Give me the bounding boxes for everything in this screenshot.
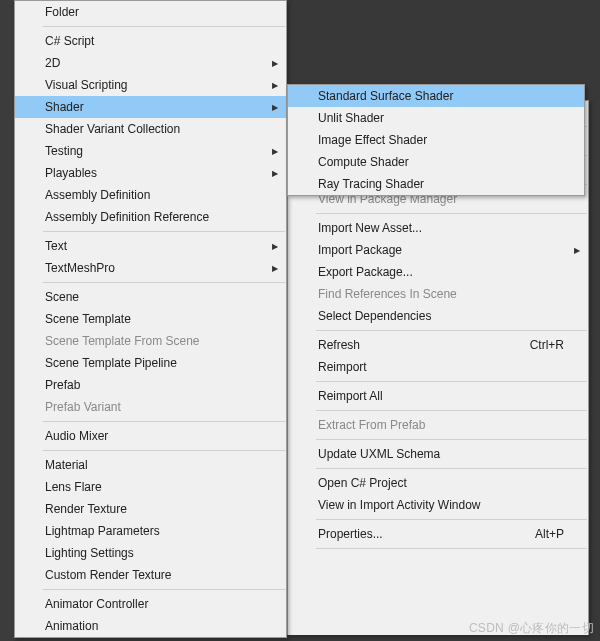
submenu-arrow-icon: ▶ [272,103,278,112]
submenu-arrow-icon: ▶ [272,59,278,68]
menu-item-label: Animator Controller [45,597,262,611]
menu-item-label: Refresh [318,338,518,352]
menu-item-scene-template-from-scene: Scene Template From Scene [15,330,286,352]
menu-item-label: Material [45,458,262,472]
menu-item-label: Animation [45,619,262,633]
menu-item-scene-template[interactable]: Scene Template [15,308,286,330]
menu-separator [316,548,587,549]
submenu-arrow-icon: ▶ [272,169,278,178]
menu-item-label: Testing [45,144,262,158]
menu-item-label: View in Import Activity Window [318,498,564,512]
menu-item-c-script[interactable]: C# Script [15,30,286,52]
menu-item-assembly-definition[interactable]: Assembly Definition [15,184,286,206]
menu-item-visual-scripting[interactable]: Visual Scripting▶ [15,74,286,96]
menu-item-lightmap-parameters[interactable]: Lightmap Parameters [15,520,286,542]
submenu-arrow-icon: ▶ [272,147,278,156]
context-menu-create: FolderC# Script2D▶Visual Scripting▶Shade… [14,0,287,638]
menu-item-playables[interactable]: Playables▶ [15,162,286,184]
menu-item-render-texture[interactable]: Render Texture [15,498,286,520]
menu-item-refresh[interactable]: RefreshCtrl+R [288,334,588,356]
menu-item-label: Standard Surface Shader [318,89,560,103]
menu-item-label: Find References In Scene [318,287,564,301]
menu-item-label: Shader Variant Collection [45,122,262,136]
menu-item-image-effect-shader[interactable]: Image Effect Shader [288,129,584,151]
menu-separator [43,421,285,422]
menu-item-label: Select Dependencies [318,309,564,323]
submenu-arrow-icon: ▶ [272,242,278,251]
menu-item-label: Open C# Project [318,476,564,490]
menu-item-ray-tracing-shader[interactable]: Ray Tracing Shader [288,173,584,195]
menu-item-text[interactable]: Text▶ [15,235,286,257]
submenu-arrow-icon: ▶ [574,246,580,255]
menu-item-extract-from-prefab: Extract From Prefab [288,414,588,436]
menu-item-label: Ray Tracing Shader [318,177,560,191]
menu-item-open-c-project[interactable]: Open C# Project [288,472,588,494]
menu-separator [316,468,587,469]
menu-item-label: Shader [45,100,262,114]
menu-item-animation[interactable]: Animation [15,615,286,637]
menu-item-label: Prefab [45,378,262,392]
menu-item-textmeshpro[interactable]: TextMeshPro▶ [15,257,286,279]
menu-separator [43,282,285,283]
menu-item-scene-template-pipeline[interactable]: Scene Template Pipeline [15,352,286,374]
menu-separator [316,381,587,382]
submenu-arrow-icon: ▶ [272,81,278,90]
menu-item-label: Visual Scripting [45,78,262,92]
menu-item-shader[interactable]: Shader▶ [15,96,286,118]
menu-item-shader-variant-collection[interactable]: Shader Variant Collection [15,118,286,140]
submenu-shader: Standard Surface ShaderUnlit ShaderImage… [287,84,585,196]
menu-separator [43,589,285,590]
menu-item-material[interactable]: Material [15,454,286,476]
menu-item-label: 2D [45,56,262,70]
menu-item-label: Lightmap Parameters [45,524,262,538]
menu-item-update-uxml-schema[interactable]: Update UXML Schema [288,443,588,465]
menu-item-label: Update UXML Schema [318,447,564,461]
menu-item-import-package[interactable]: Import Package▶ [288,239,588,261]
menu-item-2d[interactable]: 2D▶ [15,52,286,74]
menu-item-custom-render-texture[interactable]: Custom Render Texture [15,564,286,586]
menu-item-label: Import New Asset... [318,221,564,235]
menu-item-label: Lens Flare [45,480,262,494]
menu-item-label: Export Package... [318,265,564,279]
menu-item-label: Unlit Shader [318,111,560,125]
menu-item-lighting-settings[interactable]: Lighting Settings [15,542,286,564]
menu-item-label: Scene Template [45,312,262,326]
menu-item-compute-shader[interactable]: Compute Shader [288,151,584,173]
menu-item-label: Text [45,239,262,253]
menu-item-find-references-in-scene: Find References In Scene [288,283,588,305]
menu-item-label: Reimport [318,360,564,374]
menu-item-audio-mixer[interactable]: Audio Mixer [15,425,286,447]
menu-item-label: Prefab Variant [45,400,262,414]
menu-item-label: Folder [45,5,262,19]
menu-separator [316,410,587,411]
menu-item-shortcut: Alt+P [535,527,564,541]
menu-item-folder[interactable]: Folder [15,1,286,23]
menu-separator [316,330,587,331]
menu-item-view-in-import-activity-window[interactable]: View in Import Activity Window [288,494,588,516]
menu-item-properties[interactable]: Properties...Alt+P [288,523,588,545]
menu-item-reimport[interactable]: Reimport [288,356,588,378]
menu-item-select-dependencies[interactable]: Select Dependencies [288,305,588,327]
menu-item-scene[interactable]: Scene [15,286,286,308]
editor-background [0,0,14,641]
menu-item-unlit-shader[interactable]: Unlit Shader [288,107,584,129]
menu-item-export-package[interactable]: Export Package... [288,261,588,283]
menu-item-standard-surface-shader[interactable]: Standard Surface Shader [288,85,584,107]
watermark-text: CSDN @心疼你的一切 [469,620,594,637]
menu-item-label: Image Effect Shader [318,133,560,147]
menu-item-lens-flare[interactable]: Lens Flare [15,476,286,498]
menu-item-testing[interactable]: Testing▶ [15,140,286,162]
menu-item-assembly-definition-reference[interactable]: Assembly Definition Reference [15,206,286,228]
menu-separator [316,519,587,520]
menu-item-reimport-all[interactable]: Reimport All [288,385,588,407]
menu-item-label: Custom Render Texture [45,568,262,582]
menu-item-label: Extract From Prefab [318,418,564,432]
menu-item-label: Assembly Definition [45,188,262,202]
menu-separator [43,450,285,451]
menu-item-import-new-asset[interactable]: Import New Asset... [288,217,588,239]
menu-item-animator-controller[interactable]: Animator Controller [15,593,286,615]
menu-item-prefab[interactable]: Prefab [15,374,286,396]
menu-item-prefab-variant: Prefab Variant [15,396,286,418]
menu-item-label: TextMeshPro [45,261,262,275]
menu-item-label: Scene Template From Scene [45,334,262,348]
